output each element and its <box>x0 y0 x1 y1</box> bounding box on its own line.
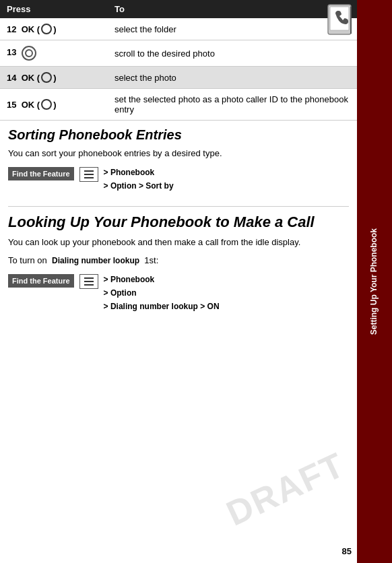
main-content: Press To 12 OK () select the folder 13 <box>0 0 357 327</box>
table-cell-press: 13 <box>0 40 108 67</box>
menu-line <box>84 170 94 172</box>
menu-line <box>84 277 94 279</box>
page-number: 85 <box>342 546 352 556</box>
turn-on-text: To turn on <box>8 255 47 265</box>
table-cell-to: select the photo <box>108 67 357 89</box>
find-feature-label-2: Find the Feature <box>8 274 74 288</box>
ok-button-label: OK () <box>22 99 57 110</box>
table-cell-press: 15 OK () <box>0 89 108 121</box>
sorting-body: You can sort your phonebook entries by a… <box>8 147 349 160</box>
find-feature-label: Find the Feature <box>8 167 74 180</box>
menu-line <box>84 284 94 286</box>
table-row: 13 scroll to the desired photo <box>0 40 357 67</box>
steps-table: Press To 12 OK () select the folder 13 <box>0 0 357 121</box>
path-line2: > Option <box>104 288 137 298</box>
looking-up-path: > Phonebook > Option > Dialing number lo… <box>104 273 220 314</box>
row-num: 15 <box>7 100 16 110</box>
looking-up-title: Looking Up Your Phonebook to Make a Call <box>8 213 349 231</box>
dialing-lookup-label: Dialing number lookup <box>52 256 139 265</box>
sorting-section: Sorting Phonebook Entries You can sort y… <box>0 121 357 206</box>
sorting-path-line2: > Option > Sort by <box>104 181 174 191</box>
ok-circle-icon <box>41 99 52 110</box>
looking-up-find-feature: Find the Feature > Phonebook > Option > … <box>8 273 349 314</box>
table-row: 14 OK () select the photo <box>0 67 357 89</box>
ok-button-label: OK () <box>22 72 57 83</box>
phone-book-icon <box>327 3 355 37</box>
looking-up-body: You can look up your phonebook and then … <box>8 236 349 249</box>
table-cell-to: scroll to the desired photo <box>108 40 357 67</box>
turn-on-suffix: 1st: <box>144 255 158 265</box>
table-header-press: Press <box>0 0 108 18</box>
menu-icon <box>79 167 98 182</box>
table-row: 15 OK () set the selected photo as a pho… <box>0 89 357 121</box>
ok-button-label: OK () <box>22 24 57 34</box>
table-cell-press: 14 OK () <box>0 67 108 89</box>
path-line3: > Dialing number lookup > ON <box>104 302 220 311</box>
sorting-find-feature: Find the Feature > Phonebook > Option > … <box>8 166 349 193</box>
looking-up-section: Looking Up Your Phonebook to Make a Call… <box>0 207 357 327</box>
row-num: 13 <box>7 47 16 57</box>
table-cell-to: select the folder <box>108 18 357 40</box>
draft-watermark: DRAFT <box>220 444 351 533</box>
row-num: 12 <box>7 24 16 34</box>
ok-circle-icon <box>41 72 52 83</box>
table-header-to: To <box>108 0 357 18</box>
menu-icon-2 <box>79 274 98 289</box>
sidebar-label: Setting Up Your Phonebook <box>369 228 380 335</box>
looking-up-turn-on: To turn on Dialing number lookup 1st: <box>8 254 349 267</box>
scroll-icon <box>22 46 36 61</box>
table-cell-press: 12 OK () <box>0 18 108 40</box>
ok-circle-icon <box>41 24 52 34</box>
menu-line <box>84 177 94 178</box>
phonebook-icon-area <box>327 3 355 39</box>
sorting-path: > Phonebook > Option > Sort by <box>104 166 174 193</box>
table-row: 12 OK () select the folder <box>0 18 357 40</box>
right-sidebar: Setting Up Your Phonebook <box>357 0 392 563</box>
sorting-title: Sorting Phonebook Entries <box>8 127 349 143</box>
menu-line <box>84 281 94 282</box>
menu-lines-icon <box>84 170 94 178</box>
menu-lines-icon-2 <box>84 277 94 286</box>
table-cell-to: set the selected photo as a photo caller… <box>108 89 357 121</box>
menu-line <box>84 174 94 175</box>
path-line1: > Phonebook <box>104 275 155 284</box>
row-num: 14 <box>7 73 16 83</box>
sorting-path-line1: > Phonebook <box>104 168 155 177</box>
